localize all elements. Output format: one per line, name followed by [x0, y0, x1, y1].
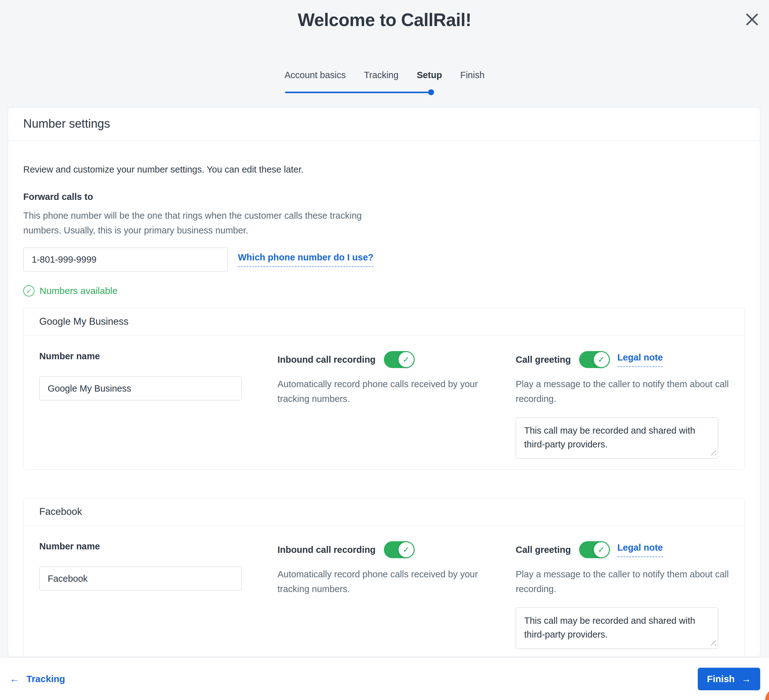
toggle-check-icon: ✓ [593, 351, 610, 368]
back-link-label: Tracking [26, 674, 65, 684]
inbound-recording-toggle[interactable]: ✓ [384, 541, 414, 558]
inbound-recording-label: Inbound call recording [277, 545, 376, 555]
close-icon[interactable] [745, 13, 759, 26]
call-greeting-toggle[interactable]: ✓ [579, 351, 609, 368]
forward-calls-description: This phone number will be the one that r… [23, 208, 384, 238]
inbound-recording-description: Automatically record phone calls receive… [277, 567, 491, 596]
number-name-label: Number name [39, 541, 253, 552]
call-greeting-label: Call greeting [516, 545, 571, 555]
status-text: Numbers available [40, 286, 117, 296]
legal-note-link[interactable]: Legal note [618, 543, 663, 557]
tab-tracking[interactable]: Tracking [364, 70, 399, 80]
inbound-recording-column: Inbound call recording ✓ Automatically r… [277, 351, 491, 460]
number-section-facebook: Facebook Number name Inbound call record… [23, 498, 745, 657]
which-phone-number-link[interactable]: Which phone number do I use? [238, 252, 373, 267]
call-greeting-column: Call greeting ✓ Legal note Play a messag… [516, 541, 729, 650]
tab-account-basics[interactable]: Account basics [285, 70, 346, 80]
toggle-check-icon: ✓ [593, 541, 610, 558]
legal-note-link[interactable]: Legal note [618, 352, 663, 367]
number-settings-panel: Number settings Review and customize you… [8, 107, 760, 657]
wizard-footer: ← Tracking Finish → [0, 657, 769, 700]
forward-phone-input[interactable] [23, 247, 228, 271]
call-greeting-label: Call greeting [516, 355, 571, 365]
forward-calls-label: Forward calls to [23, 192, 745, 202]
number-name-label: Number name [39, 351, 253, 361]
stepper-progress-line [285, 92, 431, 93]
call-greeting-toggle[interactable]: ✓ [579, 541, 609, 558]
tab-finish[interactable]: Finish [460, 70, 484, 80]
inbound-recording-description: Automatically record phone calls receive… [277, 377, 491, 406]
section-title: Facebook [24, 498, 745, 525]
finish-button[interactable]: Finish → [698, 668, 760, 690]
greeting-message-textarea[interactable]: This call may be recorded and shared wit… [516, 417, 718, 459]
number-name-column: Number name [39, 541, 253, 650]
numbers-available-status: ✓ Numbers available [23, 285, 745, 297]
greeting-message-textarea[interactable]: This call may be recorded and shared wit… [516, 607, 718, 649]
number-name-input[interactable] [39, 377, 242, 400]
page-title: Welcome to CallRail! [0, 0, 769, 30]
section-title: Google My Business [24, 308, 745, 336]
arrow-right-icon: → [742, 674, 751, 684]
number-name-column: Number name [39, 351, 253, 460]
call-greeting-column: Call greeting ✓ Legal note Play a messag… [516, 351, 729, 460]
toggle-check-icon: ✓ [398, 351, 415, 368]
number-name-input[interactable] [39, 567, 242, 591]
toggle-check-icon: ✓ [398, 541, 415, 558]
arrow-left-icon: ← [10, 673, 19, 685]
tab-setup[interactable]: Setup [417, 70, 442, 80]
finish-button-label: Finish [707, 674, 734, 684]
number-section-google-my-business: Google My Business Number name Inbound c… [23, 308, 745, 470]
callrail-onboarding-modal: { "colors": { "accent_blue": "#1766d9", … [0, 0, 769, 700]
check-circle-icon: ✓ [23, 285, 35, 297]
call-greeting-description: Play a message to the caller to notify t… [516, 377, 729, 406]
panel-title: Number settings [8, 108, 760, 141]
stepper: Account basics Tracking Setup Finish [0, 70, 769, 93]
inbound-recording-toggle[interactable]: ✓ [384, 351, 414, 368]
inbound-recording-column: Inbound call recording ✓ Automatically r… [277, 541, 491, 650]
inbound-recording-label: Inbound call recording [277, 355, 376, 365]
back-tracking-link[interactable]: ← Tracking [10, 673, 65, 685]
panel-intro: Review and customize your number setting… [23, 163, 745, 176]
call-greeting-description: Play a message to the caller to notify t… [516, 567, 729, 596]
